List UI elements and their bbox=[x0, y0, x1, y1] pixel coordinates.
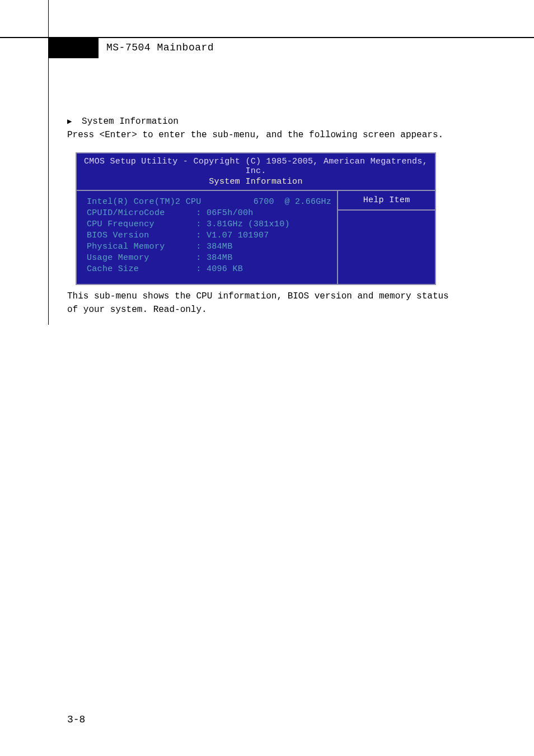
colon: : bbox=[149, 253, 207, 263]
bios-info-panel: Intel(R) Core(TM)2 CPU 6700 @ 2.66GHz CP… bbox=[77, 191, 337, 284]
colon: : bbox=[149, 231, 207, 240]
manual-page: MS-7504 Mainboard ▶ System Information P… bbox=[0, 0, 534, 756]
header-black-tab bbox=[48, 38, 99, 58]
colon: : bbox=[154, 220, 207, 229]
cpu-name-line: Intel(R) Core(TM)2 CPU 6700 @ 2.66GHz bbox=[87, 197, 331, 208]
description-line-1: This sub-menu shows the CPU information,… bbox=[67, 290, 449, 303]
section-heading: System Information bbox=[82, 116, 179, 127]
page-number: 3-8 bbox=[67, 714, 85, 725]
info-row: CPUID/MicroCode : 06F5h/00h bbox=[87, 208, 331, 219]
colon: : bbox=[165, 242, 207, 251]
info-row: Cache Size : 4096 KB bbox=[87, 264, 331, 275]
press-enter-text: Press <Enter> to enter the sub-menu, and… bbox=[67, 128, 443, 142]
info-row: Physical Memory : 384MB bbox=[87, 241, 331, 253]
mainboard-title: MS-7504 Mainboard bbox=[106, 42, 214, 53]
bios-body: Intel(R) Core(TM)2 CPU 6700 @ 2.66GHz CP… bbox=[77, 191, 435, 284]
description-line-2: of your system. Read-only. bbox=[67, 303, 207, 316]
bios-screenshot: CMOS Setup Utility - Copyright (C) 1985-… bbox=[76, 152, 436, 285]
page-header: MS-7504 Mainboard bbox=[0, 37, 534, 58]
colon: : bbox=[139, 264, 207, 274]
info-row: CPU Frequency : 3.81GHz (381x10) bbox=[87, 219, 331, 230]
info-row: Usage Memory : 384MB bbox=[87, 253, 331, 264]
bios-help-panel: Help Item bbox=[337, 191, 435, 284]
bios-title: CMOS Setup Utility - Copyright (C) 1985-… bbox=[77, 153, 435, 177]
bios-subtitle: System Information bbox=[77, 177, 435, 191]
colon: : bbox=[165, 208, 207, 218]
help-item-label: Help Item bbox=[338, 191, 435, 211]
triangle-icon: ▶ bbox=[67, 117, 72, 126]
section-heading-row: ▶ System Information bbox=[67, 115, 179, 128]
info-row: BIOS Version : V1.07 101907 bbox=[87, 230, 331, 241]
